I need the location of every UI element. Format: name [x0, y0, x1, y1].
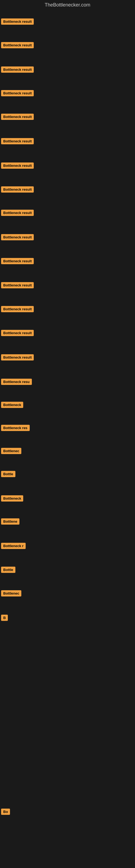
bottleneck-item[interactable]: Bottleneck [1, 402, 23, 409]
bottleneck-badge[interactable]: Bottleneck result [1, 306, 34, 312]
bottleneck-badge[interactable]: Bottlenec [1, 590, 21, 596]
bottleneck-item[interactable]: Bottleneck result [1, 42, 34, 50]
site-title: TheBottlenecker.com [0, 0, 135, 11]
bottleneck-badge[interactable]: Bottleneck result [1, 282, 34, 288]
bottleneck-badge[interactable]: Bottlenec [1, 448, 21, 454]
bottleneck-item[interactable]: Bottleneck result [1, 354, 34, 362]
bottleneck-item[interactable]: Bottleneck result [1, 258, 34, 265]
bottleneck-item[interactable]: Bottlenec [1, 448, 21, 455]
bottleneck-badge[interactable]: Bottleneck result [1, 162, 34, 169]
bottleneck-badge[interactable]: B [1, 615, 8, 621]
bottleneck-badge[interactable]: Bottleneck res [1, 425, 30, 431]
bottleneck-badge[interactable]: Bottleneck result [1, 210, 34, 216]
bottleneck-item[interactable]: Bottleneck result [1, 66, 34, 74]
bottleneck-item[interactable]: Bottleneck result [1, 114, 34, 121]
bottleneck-item[interactable]: Bottleneck r [1, 543, 26, 550]
bottleneck-item[interactable]: Bottleneck result [1, 282, 34, 289]
bottleneck-item[interactable]: Bottleneck result [1, 210, 34, 217]
bottleneck-item[interactable]: Bottleneck result [1, 162, 34, 170]
bottleneck-badge[interactable]: Bottlene [1, 518, 19, 525]
bottleneck-badge[interactable]: Bottle [1, 471, 15, 477]
bottleneck-badge[interactable]: Bottleneck [1, 402, 23, 408]
bottleneck-badge[interactable]: Bottleneck result [1, 19, 34, 25]
bottleneck-item[interactable]: Bottle [1, 567, 15, 574]
bottleneck-badge[interactable]: Bo [1, 809, 10, 815]
bottleneck-item[interactable]: Bo [1, 809, 10, 816]
bottleneck-item[interactable]: Bottlene [1, 518, 19, 526]
bottleneck-item[interactable]: B [1, 615, 8, 622]
bottleneck-item[interactable]: Bottlenec [1, 590, 21, 597]
bottleneck-item[interactable]: Bottleneck resu [1, 379, 32, 386]
bottleneck-badge[interactable]: Bottleneck result [1, 330, 34, 336]
bottleneck-badge[interactable]: Bottleneck result [1, 42, 34, 48]
bottleneck-badge[interactable]: Bottleneck [1, 495, 23, 501]
bottleneck-item[interactable]: Bottleneck result [1, 19, 34, 26]
bottleneck-badge[interactable]: Bottleneck r [1, 543, 26, 549]
bottleneck-item[interactable]: Bottleneck result [1, 138, 34, 145]
bottleneck-item[interactable]: Bottleneck result [1, 234, 34, 241]
bottleneck-badge[interactable]: Bottleneck result [1, 234, 34, 240]
bottleneck-item[interactable]: Bottleneck result [1, 306, 34, 313]
bottleneck-badge[interactable]: Bottleneck result [1, 138, 34, 144]
bottleneck-item[interactable]: Bottleneck result [1, 186, 34, 194]
bottleneck-badge[interactable]: Bottle [1, 567, 15, 573]
bottleneck-item[interactable]: Bottle [1, 471, 15, 478]
bottleneck-badge[interactable]: Bottleneck result [1, 354, 34, 361]
bottleneck-badge[interactable]: Bottleneck resu [1, 379, 32, 385]
bottleneck-badge[interactable]: Bottleneck result [1, 186, 34, 193]
bottleneck-item[interactable]: Bottleneck [1, 495, 23, 503]
bottleneck-item[interactable]: Bottleneck res [1, 425, 30, 432]
bottleneck-item[interactable]: Bottleneck result [1, 90, 34, 97]
bottleneck-badge[interactable]: Bottleneck result [1, 66, 34, 73]
bottleneck-item[interactable]: Bottleneck result [1, 330, 34, 337]
bottleneck-badge[interactable]: Bottleneck result [1, 258, 34, 264]
bottleneck-badge[interactable]: Bottleneck result [1, 114, 34, 120]
bottleneck-badge[interactable]: Bottleneck result [1, 90, 34, 96]
